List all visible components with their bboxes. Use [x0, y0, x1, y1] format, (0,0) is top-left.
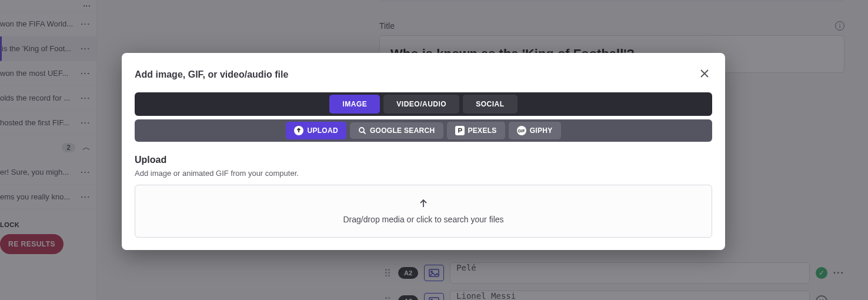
upload-section-subtitle: Add image or animated GIF from your comp…: [135, 169, 712, 178]
subtab-upload[interactable]: UPLOAD: [286, 122, 346, 139]
upload-dropzone[interactable]: Drag/drop media or click to search your …: [135, 185, 712, 238]
tab-social[interactable]: SOCIAL: [463, 95, 517, 114]
close-button[interactable]: [697, 66, 712, 83]
close-icon: [699, 68, 710, 79]
subtab-label: PEXELS: [468, 126, 497, 135]
subtab-giphy[interactable]: GIF GIPHY: [509, 122, 561, 139]
svg-point-4: [359, 128, 364, 132]
modal-header: Add image, GIF, or video/audio file: [135, 66, 712, 83]
upload-section-title: Upload: [135, 155, 712, 165]
giphy-icon: GIF: [517, 126, 526, 135]
subtab-pexels[interactable]: PEXELS: [447, 122, 505, 139]
subtab-label: UPLOAD: [307, 126, 338, 135]
modal-title: Add image, GIF, or video/audio file: [135, 69, 697, 80]
tab-image[interactable]: IMAGE: [329, 95, 380, 114]
subtab-google-search[interactable]: GOOGLE SEARCH: [350, 122, 443, 139]
search-icon: [358, 126, 366, 135]
subtab-label: GOOGLE SEARCH: [370, 126, 435, 135]
source-tabs: UPLOAD GOOGLE SEARCH PEXELS GIF GIPHY: [135, 119, 712, 142]
add-media-modal: Add image, GIF, or video/audio file IMAG…: [122, 53, 725, 250]
dropzone-text: Drag/drop media or click to search your …: [343, 215, 503, 224]
subtab-label: GIPHY: [530, 126, 553, 135]
pexels-icon: [455, 126, 465, 135]
tab-video-audio[interactable]: VIDEO/AUDIO: [383, 95, 459, 114]
upload-icon: [294, 126, 303, 135]
media-type-tabs: IMAGE VIDEO/AUDIO SOCIAL: [135, 92, 712, 116]
upload-arrow-icon: [418, 198, 429, 211]
